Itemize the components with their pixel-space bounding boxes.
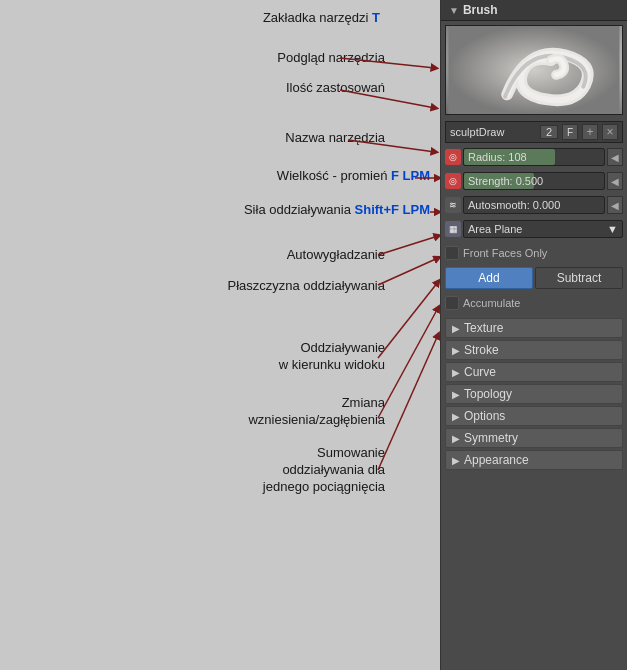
ann-addsub: Zmianawzniesienia/zagłębienia — [248, 395, 385, 429]
autosmooth-row: ≋ Autosmooth: 0.000 ◀ — [445, 195, 623, 215]
symmetry-triangle: ▶ — [452, 433, 460, 444]
appearance-label: Appearance — [464, 453, 529, 467]
accumulate-row: Accumulate — [445, 293, 623, 313]
tool-name-text: sculptDraw — [450, 126, 536, 138]
ann-accumulate: Sumowanieoddziaływania dlajednego pociąg… — [263, 445, 385, 496]
stroke-triangle: ▶ — [452, 345, 460, 356]
front-faces-checkbox[interactable] — [445, 246, 459, 260]
add-subtract-row: Add Subtract — [445, 267, 623, 289]
options-section[interactable]: ▶ Options — [445, 406, 623, 426]
svg-line-6 — [378, 258, 438, 285]
ann-autosmooth: Autowygładzanie — [287, 247, 385, 264]
close-brush-button[interactable]: × — [602, 124, 618, 140]
panel-header: ▼ Brush — [441, 0, 627, 21]
tool-flag[interactable]: F — [562, 124, 578, 140]
stroke-label: Stroke — [464, 343, 499, 357]
strength-row: ◎ Strength: 0.500 ◀ — [445, 171, 623, 191]
tool-thumbnail — [445, 25, 623, 115]
plane-dropdown[interactable]: Area Plane ▼ — [463, 220, 623, 238]
tool-preview-image — [446, 26, 622, 114]
strength-icon: ◎ — [445, 173, 461, 189]
curve-section[interactable]: ▶ Curve — [445, 362, 623, 382]
appearance-section[interactable]: ▶ Appearance — [445, 450, 623, 470]
curve-label: Curve — [464, 365, 496, 379]
options-triangle: ▶ — [452, 411, 460, 422]
radius-row: ◎ Radius: 108 ◀ — [445, 147, 623, 167]
appearance-triangle: ▶ — [452, 455, 460, 466]
autosmooth-icon: ≋ — [445, 197, 461, 213]
options-label: Options — [464, 409, 505, 423]
strength-label: Strength: 0.500 — [468, 175, 543, 187]
add-brush-button[interactable]: + — [582, 124, 598, 140]
strength-arrow[interactable]: ◀ — [607, 172, 623, 190]
symmetry-label: Symmetry — [464, 431, 518, 445]
svg-line-7 — [378, 282, 438, 358]
svg-line-8 — [378, 308, 438, 418]
autosmooth-label: Autosmooth: 0.000 — [468, 199, 560, 211]
ann-count: Ilość zastosowań — [286, 80, 385, 97]
tool-name-row: sculptDraw 2 F + × — [445, 121, 623, 143]
add-button[interactable]: Add — [445, 267, 533, 289]
accumulate-checkbox[interactable] — [445, 296, 459, 310]
symmetry-section[interactable]: ▶ Symmetry — [445, 428, 623, 448]
front-faces-label: Front Faces Only — [463, 247, 547, 259]
topology-section[interactable]: ▶ Topology — [445, 384, 623, 404]
stroke-section[interactable]: ▶ Stroke — [445, 340, 623, 360]
brush-preview-svg — [446, 26, 622, 114]
plane-icon: ▦ — [445, 221, 461, 237]
svg-line-9 — [378, 335, 438, 470]
panel-title: Brush — [463, 3, 498, 17]
plane-label: Area Plane — [468, 223, 522, 235]
topology-label: Topology — [464, 387, 512, 401]
autosmooth-arrow[interactable]: ◀ — [607, 196, 623, 214]
curve-triangle: ▶ — [452, 367, 460, 378]
texture-section[interactable]: ▶ Texture — [445, 318, 623, 338]
ann-tool-preview: Podgląd narzędzia — [277, 50, 385, 67]
title-annotation: Zakładka narzędzi T — [263, 10, 380, 27]
front-faces-row: Front Faces Only — [445, 243, 623, 263]
ann-name: Nazwa narzędzia — [285, 130, 385, 147]
tool-count[interactable]: 2 — [540, 125, 558, 139]
autosmooth-slider[interactable]: Autosmooth: 0.000 — [463, 196, 605, 214]
ann-frontfaces: Oddziaływaniew kierunku widoku — [279, 340, 385, 374]
ann-strength: Siła oddziaływania Shift+F LPM — [244, 202, 430, 219]
right-panel: ▼ Brush — [440, 0, 627, 670]
accumulate-label: Accumulate — [463, 297, 520, 309]
plane-row: ▦ Area Plane ▼ — [445, 219, 623, 239]
topology-triangle: ▶ — [452, 389, 460, 400]
title-highlight: T — [372, 10, 380, 25]
radius-icon: ◎ — [445, 149, 461, 165]
svg-line-5 — [378, 236, 438, 255]
subtract-button[interactable]: Subtract — [535, 267, 623, 289]
ann-radius: Wielkość - promień F LPM — [277, 168, 430, 185]
radius-arrow[interactable]: ◀ — [607, 148, 623, 166]
radius-label: Radius: 108 — [468, 151, 527, 163]
texture-label: Texture — [464, 321, 503, 335]
plane-dropdown-arrow: ▼ — [607, 223, 618, 235]
strength-slider[interactable]: Strength: 0.500 — [463, 172, 605, 190]
texture-triangle: ▶ — [452, 323, 460, 334]
left-panel: Zakładka narzędzi T Podgląd narzędzia Il… — [0, 0, 440, 670]
title-text: Zakładka narzędzi — [263, 10, 372, 25]
arrows-overlay — [0, 0, 440, 670]
ann-plane: Płaszczyzna oddziaływania — [227, 278, 385, 295]
panel-triangle: ▼ — [449, 5, 459, 16]
radius-slider[interactable]: Radius: 108 — [463, 148, 605, 166]
